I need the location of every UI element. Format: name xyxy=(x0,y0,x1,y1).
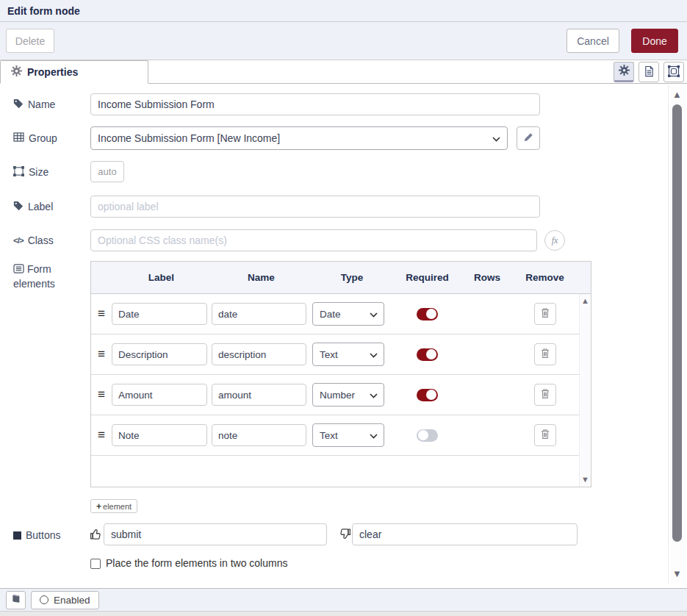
header-rows: Rows xyxy=(462,272,512,283)
edit-form-node-dialog: Edit form node Delete Cancel Done Proper… xyxy=(0,0,687,616)
header-name: Name xyxy=(211,272,312,283)
group-select[interactable]: Income Submission Form [New Income] xyxy=(90,126,508,150)
drag-handle-icon[interactable]: ≡ xyxy=(91,428,112,443)
drag-handle-icon[interactable]: ≡ xyxy=(91,307,112,321)
trash-icon xyxy=(540,429,550,442)
tab-icon-buttons xyxy=(614,62,684,82)
enabled-label: Enabled xyxy=(54,595,90,606)
chevron-down-icon xyxy=(370,430,378,441)
dialog-footer: Enabled xyxy=(0,588,687,611)
trash-icon xyxy=(540,348,550,361)
size-auto-button[interactable]: auto xyxy=(90,161,124,182)
delete-element-button[interactable] xyxy=(534,384,556,406)
scroll-down-icon[interactable]: ▼ xyxy=(581,473,589,487)
square-icon xyxy=(13,531,21,540)
form-elements-label: Form elements xyxy=(13,262,79,291)
appearance-button[interactable] xyxy=(663,62,684,82)
description-button[interactable] xyxy=(639,62,659,82)
tag-icon xyxy=(13,99,24,111)
element-name-input[interactable] xyxy=(212,424,306,446)
element-type-select[interactable]: Text xyxy=(312,343,384,366)
required-toggle[interactable] xyxy=(417,389,438,401)
table-row: ≡ Text xyxy=(91,415,579,456)
header-remove: Remove xyxy=(512,272,578,283)
size-field-label: Size xyxy=(13,161,48,183)
element-type-select[interactable]: Date xyxy=(312,302,384,326)
element-label-input[interactable] xyxy=(112,343,207,365)
properties-gear-button[interactable] xyxy=(614,62,634,82)
scroll-up-icon[interactable]: ▲ xyxy=(581,294,589,308)
code-icon: </> xyxy=(13,236,24,245)
class-field-label: </> Class xyxy=(13,229,54,251)
gear-icon xyxy=(11,65,22,79)
required-toggle[interactable] xyxy=(417,308,438,320)
element-type-select[interactable]: Number xyxy=(312,383,384,407)
header-label: Label xyxy=(112,272,211,283)
delete-button[interactable]: Delete xyxy=(6,29,54,53)
clear-button-text-input[interactable] xyxy=(352,523,578,545)
done-button[interactable]: Done xyxy=(631,29,678,53)
required-toggle[interactable] xyxy=(417,348,438,361)
element-name-input[interactable] xyxy=(212,303,306,325)
buttons-field-label: Buttons xyxy=(13,524,60,546)
submit-button-text-input[interactable] xyxy=(104,523,327,545)
table-icon xyxy=(13,132,24,144)
delete-element-button[interactable] xyxy=(534,303,556,325)
class-fx-button[interactable]: fx xyxy=(544,230,565,251)
label-input[interactable] xyxy=(90,196,540,218)
scroll-down-icon[interactable]: ▼ xyxy=(669,570,686,578)
chevron-down-icon xyxy=(370,390,378,401)
drag-handle-icon[interactable]: ≡ xyxy=(91,347,112,362)
element-name-input[interactable] xyxy=(212,343,306,365)
table-scrollbar[interactable]: ▲ ▼ xyxy=(579,294,591,487)
group-select-value: Income Submission Form [New Income] xyxy=(98,132,280,144)
table-row: ≡ Number xyxy=(91,375,579,415)
form-elements-table: Label Name Type Required Rows Remove ≡ D… xyxy=(90,261,591,487)
tab-properties-label: Properties xyxy=(27,66,78,78)
add-element-button[interactable]: + element xyxy=(90,499,137,513)
properties-panel: Name Group Income Submission Form [New I… xyxy=(0,84,687,584)
drag-handle-icon[interactable]: ≡ xyxy=(91,387,112,402)
element-label-input[interactable] xyxy=(112,384,207,406)
scroll-up-icon[interactable]: ▲ xyxy=(669,90,686,99)
dialog-bottom-edge xyxy=(0,611,687,616)
element-label-input[interactable] xyxy=(112,303,207,325)
element-type-select[interactable]: Text xyxy=(312,423,384,447)
trash-icon xyxy=(540,307,550,320)
tag-icon xyxy=(13,201,24,213)
chevron-down-icon xyxy=(370,349,378,360)
header-required: Required xyxy=(392,272,462,283)
main-scrollbar[interactable]: ▲ ▼ xyxy=(668,85,686,584)
dialog-titlebar: Edit form node xyxy=(0,0,687,22)
element-name-input[interactable] xyxy=(212,384,306,406)
thumbs-up-icon xyxy=(90,528,102,542)
table-header-row: Label Name Type Required Rows Remove xyxy=(91,262,591,294)
delete-element-button[interactable] xyxy=(534,424,556,446)
chevron-down-icon xyxy=(492,132,500,144)
class-input[interactable] xyxy=(90,229,537,251)
cancel-button[interactable]: Cancel xyxy=(566,29,619,53)
node-help-button[interactable] xyxy=(6,591,26,609)
thumbs-down-icon xyxy=(339,528,351,542)
pencil-icon xyxy=(524,132,533,144)
table-row: ≡ Text xyxy=(91,334,579,375)
edit-group-button[interactable] xyxy=(517,126,540,150)
tab-properties[interactable]: Properties xyxy=(0,60,148,84)
document-icon xyxy=(644,65,655,79)
action-bar: Delete Cancel Done xyxy=(0,22,687,60)
required-toggle[interactable] xyxy=(417,429,438,442)
tab-bar: Properties xyxy=(0,60,687,84)
group-field-label: Group xyxy=(13,127,57,149)
node-enabled-toggle[interactable]: Enabled xyxy=(31,591,99,609)
two-columns-checkbox[interactable] xyxy=(90,559,101,569)
delete-element-button[interactable] xyxy=(534,343,556,365)
element-label-input[interactable] xyxy=(112,424,207,446)
two-columns-checkbox-label: Place the form elements in two columns xyxy=(106,557,287,569)
header-type: Type xyxy=(312,272,392,283)
plus-icon: + xyxy=(96,501,101,512)
book-icon xyxy=(11,594,21,606)
elements-table-body: ≡ Date ≡ Text xyxy=(91,294,579,487)
scrollbar-thumb[interactable] xyxy=(672,104,682,542)
name-input[interactable] xyxy=(90,93,540,115)
trash-icon xyxy=(540,388,550,401)
